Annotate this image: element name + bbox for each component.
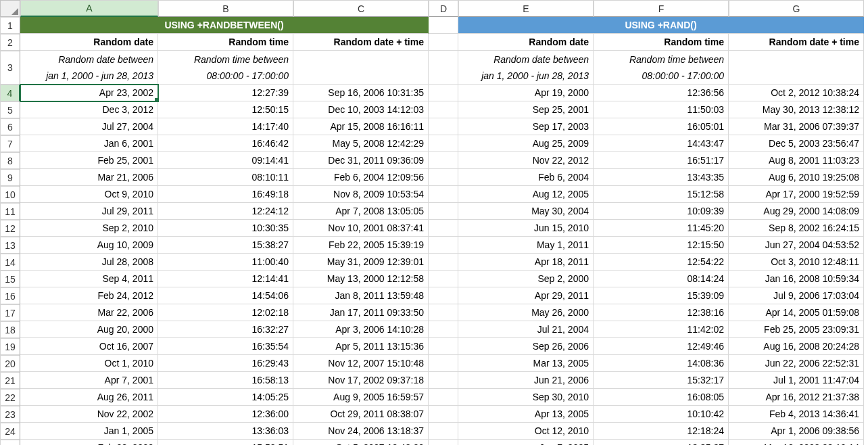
cell-D7[interactable] — [429, 135, 458, 152]
cell-D22[interactable] — [429, 389, 458, 406]
row-header-11[interactable]: 11 — [0, 203, 20, 220]
cell-B22[interactable]: 14:05:25 — [158, 389, 293, 406]
row-header-13[interactable]: 13 — [0, 237, 20, 254]
cell-B2[interactable]: Random time — [158, 34, 293, 51]
cell-A9[interactable]: Mar 21, 2006 — [20, 169, 158, 186]
cell-C7[interactable]: May 5, 2008 12:42:29 — [293, 135, 429, 152]
cell-A2[interactable]: Random date — [20, 34, 158, 51]
cell-F9[interactable]: 13:43:35 — [594, 169, 729, 186]
row-header-12[interactable]: 12 — [0, 220, 20, 237]
row-header-19[interactable]: 19 — [0, 338, 20, 355]
cell-C11[interactable]: Apr 7, 2008 13:05:05 — [293, 203, 429, 220]
row-header-24[interactable]: 24 — [0, 423, 20, 440]
cell-B19[interactable]: 16:35:54 — [158, 338, 293, 355]
cell-E16[interactable]: Apr 29, 2011 — [458, 287, 594, 304]
cell-D3a[interactable] — [429, 51, 458, 68]
cell-D25[interactable] — [429, 440, 458, 445]
cell-C18[interactable]: Apr 3, 2006 14:10:28 — [293, 321, 429, 338]
cell-G23[interactable]: Feb 4, 2013 14:36:41 — [729, 406, 864, 423]
cell-A20[interactable]: Oct 1, 2010 — [20, 355, 158, 372]
col-header-F[interactable]: F — [594, 0, 729, 17]
cell-C12[interactable]: Nov 10, 2001 08:37:41 — [293, 220, 429, 237]
cell-B21[interactable]: 16:58:13 — [158, 372, 293, 389]
cell-A17[interactable]: Mar 22, 2006 — [20, 304, 158, 321]
cell-F19[interactable]: 12:49:46 — [594, 338, 729, 355]
cell-D1[interactable] — [429, 17, 458, 34]
cell-D12[interactable] — [429, 220, 458, 237]
cell-E10[interactable]: Aug 12, 2005 — [458, 186, 594, 203]
cell-E11[interactable]: May 30, 2004 — [458, 203, 594, 220]
cell-G3a[interactable] — [729, 51, 864, 68]
cell-D2[interactable] — [429, 34, 458, 51]
row-header-18[interactable]: 18 — [0, 321, 20, 338]
cell-G10[interactable]: Apr 17, 2000 19:52:59 — [729, 186, 864, 203]
row-header-25[interactable]: 25 — [0, 440, 20, 445]
cell-F23[interactable]: 10:10:42 — [594, 406, 729, 423]
cell-F5[interactable]: 11:50:03 — [594, 101, 729, 118]
cell-A18[interactable]: Aug 20, 2000 — [20, 321, 158, 338]
cell-C9[interactable]: Feb 6, 2004 12:09:56 — [293, 169, 429, 186]
cell-A15[interactable]: Sep 4, 2011 — [20, 271, 158, 287]
cell-G13[interactable]: Jun 27, 2004 04:53:52 — [729, 237, 864, 254]
cell-B13[interactable]: 15:38:27 — [158, 237, 293, 254]
cell-F12[interactable]: 11:45:20 — [594, 220, 729, 237]
cell-D11[interactable] — [429, 203, 458, 220]
row-header-23[interactable]: 23 — [0, 406, 20, 423]
cell-A5[interactable]: Dec 3, 2012 — [20, 101, 158, 118]
cell-A4[interactable]: Apr 23, 2002 — [20, 85, 158, 101]
row-header-1[interactable]: 1 — [0, 17, 20, 34]
cell-F16[interactable]: 15:39:09 — [594, 287, 729, 304]
cell-C13[interactable]: Feb 22, 2005 15:39:19 — [293, 237, 429, 254]
cell-G16[interactable]: Jul 9, 2006 17:03:04 — [729, 287, 864, 304]
cell-C19[interactable]: Apr 5, 2011 13:15:36 — [293, 338, 429, 355]
cell-B24[interactable]: 13:36:03 — [158, 423, 293, 440]
cell-F6[interactable]: 16:05:01 — [594, 118, 729, 135]
cell-C8[interactable]: Dec 31, 2011 09:36:09 — [293, 152, 429, 169]
cell-G17[interactable]: Apr 14, 2005 01:59:08 — [729, 304, 864, 321]
row-header-22[interactable]: 22 — [0, 389, 20, 406]
cell-D16[interactable] — [429, 287, 458, 304]
cell-G7[interactable]: Dec 5, 2003 23:56:47 — [729, 135, 864, 152]
cell-A16[interactable]: Feb 24, 2012 — [20, 287, 158, 304]
cell-D5[interactable] — [429, 101, 458, 118]
col-header-E[interactable]: E — [458, 0, 594, 17]
cell-A11[interactable]: Jul 29, 2011 — [20, 203, 158, 220]
cell-A22[interactable]: Aug 26, 2011 — [20, 389, 158, 406]
cell-B12[interactable]: 10:30:35 — [158, 220, 293, 237]
cell-B3a[interactable]: Random time between — [158, 51, 293, 68]
cell-F20[interactable]: 14:08:36 — [594, 355, 729, 372]
cell-D3b[interactable] — [429, 68, 458, 85]
cell-C21[interactable]: Nov 17, 2002 09:37:18 — [293, 372, 429, 389]
cell-A6[interactable]: Jul 27, 2004 — [20, 118, 158, 135]
cell-E3a[interactable]: Random date between — [458, 51, 594, 68]
cell-B3b[interactable]: 08:00:00 - 17:00:00 — [158, 68, 293, 85]
col-header-C[interactable]: C — [293, 0, 429, 17]
cell-G11[interactable]: Aug 29, 2000 14:08:09 — [729, 203, 864, 220]
spreadsheet-grid[interactable]: A B C D E F G 1 USING +RANDBETWEEN() USI… — [0, 0, 868, 445]
cell-F25[interactable]: 13:35:37 — [594, 440, 729, 445]
cell-E23[interactable]: Apr 13, 2005 — [458, 406, 594, 423]
cell-A13[interactable]: Aug 10, 2009 — [20, 237, 158, 254]
cell-G2[interactable]: Random date + time — [729, 34, 864, 51]
cell-B14[interactable]: 11:00:40 — [158, 254, 293, 271]
row-header-21[interactable]: 21 — [0, 372, 20, 389]
cell-G20[interactable]: Jun 22, 2006 22:52:31 — [729, 355, 864, 372]
cell-C15[interactable]: May 13, 2000 12:12:58 — [293, 271, 429, 287]
row-header-10[interactable]: 10 — [0, 186, 20, 203]
cell-E3b[interactable]: jan 1, 2000 - jun 28, 2013 — [458, 68, 594, 85]
row-header-2[interactable]: 2 — [0, 34, 20, 51]
cell-F3b[interactable]: 08:00:00 - 17:00:00 — [594, 68, 729, 85]
cell-E21[interactable]: Jun 21, 2006 — [458, 372, 594, 389]
row-header-17[interactable]: 17 — [0, 304, 20, 321]
cell-B4[interactable]: 12:27:39 — [158, 85, 293, 101]
cell-B15[interactable]: 12:14:41 — [158, 271, 293, 287]
cell-B16[interactable]: 14:54:06 — [158, 287, 293, 304]
col-header-G[interactable]: G — [729, 0, 864, 17]
cell-E19[interactable]: Sep 26, 2006 — [458, 338, 594, 355]
cell-D15[interactable] — [429, 271, 458, 287]
row-header-6[interactable]: 6 — [0, 118, 20, 135]
cell-F7[interactable]: 14:43:47 — [594, 135, 729, 152]
cell-G19[interactable]: Aug 16, 2008 20:24:28 — [729, 338, 864, 355]
cell-F10[interactable]: 15:12:58 — [594, 186, 729, 203]
cell-A14[interactable]: Jul 28, 2008 — [20, 254, 158, 271]
